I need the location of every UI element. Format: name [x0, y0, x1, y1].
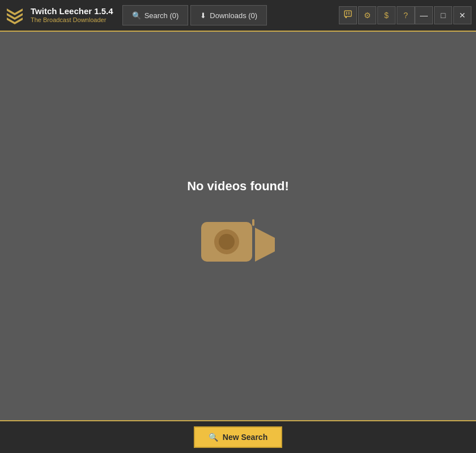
no-videos-text: No videos found!	[187, 179, 289, 194]
svg-rect-4	[346, 12, 347, 15]
help-icon-button[interactable]: ?	[397, 6, 415, 24]
app-logo-icon	[5, 5, 25, 25]
new-search-label: New Search	[223, 433, 267, 442]
app-title: Twitch Leecher 1.5.4	[31, 6, 113, 16]
app-title-block: Twitch Leecher 1.5.4 The Broadcast Downl…	[31, 6, 113, 24]
downloads-nav-label: Downloads (0)	[210, 11, 257, 20]
app-subtitle: The Broadcast Downloader	[31, 16, 113, 24]
svg-marker-0	[7, 8, 23, 15]
svg-rect-10	[252, 219, 254, 226]
close-button[interactable]: ✕	[453, 6, 471, 24]
maximize-icon: □	[441, 11, 445, 20]
minimize-button[interactable]: —	[415, 6, 433, 24]
settings-icon-button[interactable]: ⚙	[358, 6, 376, 24]
svg-marker-11	[255, 228, 275, 262]
svg-marker-6	[345, 16, 347, 18]
help-icon: ?	[403, 11, 408, 20]
close-icon: ✕	[459, 11, 466, 20]
twitch-icon	[343, 10, 352, 21]
donate-icon-button[interactable]: $	[377, 6, 396, 24]
gear-icon: ⚙	[364, 11, 371, 20]
svg-point-9	[219, 234, 235, 250]
new-search-icon: 🔍	[209, 433, 218, 442]
twitch-icon-button[interactable]	[339, 6, 357, 24]
svg-rect-3	[345, 11, 351, 16]
nav-buttons: 🔍 Search (0) ⬇ Downloads (0)	[122, 5, 334, 25]
search-nav-icon: 🔍	[132, 11, 141, 20]
svg-rect-5	[348, 12, 350, 15]
search-nav-label: Search (0)	[144, 11, 179, 20]
video-camera-icon	[198, 211, 278, 273]
title-bar: Twitch Leecher 1.5.4 The Broadcast Downl…	[0, 0, 476, 32]
donate-icon: $	[384, 11, 389, 20]
search-nav-button[interactable]: 🔍 Search (0)	[122, 5, 189, 25]
bottom-bar: 🔍 New Search	[0, 420, 476, 453]
downloads-nav-button[interactable]: ⬇ Downloads (0)	[190, 5, 267, 25]
main-content: No videos found!	[0, 32, 476, 420]
new-search-button[interactable]: 🔍 New Search	[194, 426, 282, 448]
window-controls: — □ ✕	[415, 6, 471, 24]
maximize-button[interactable]: □	[434, 6, 452, 24]
toolbar-icons: ⚙ $ ?	[339, 6, 415, 24]
minimize-icon: —	[420, 11, 428, 20]
downloads-nav-icon: ⬇	[200, 11, 206, 20]
logo-area: Twitch Leecher 1.5.4 The Broadcast Downl…	[5, 5, 113, 25]
